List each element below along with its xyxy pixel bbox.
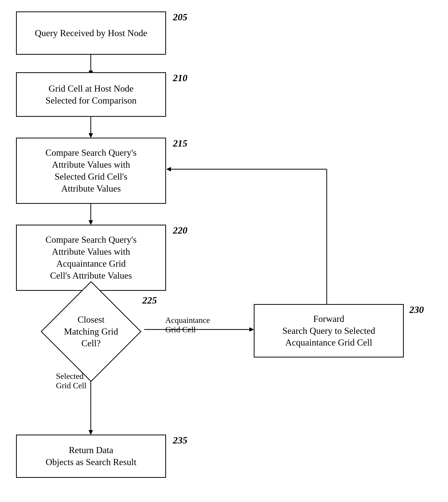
label-235: 235 <box>173 435 187 446</box>
diamond-step225-text: ClosestMatching GridCell? <box>64 314 118 349</box>
label-220: 220 <box>173 225 187 236</box>
box-step220-text: Compare Search Query'sAttribute Values w… <box>46 234 137 281</box>
svg-marker-14 <box>89 430 93 435</box>
box-step210: Grid Cell at Host NodeSelected for Compa… <box>16 72 166 117</box>
label-205: 205 <box>173 11 187 23</box>
svg-marker-3 <box>89 133 93 138</box>
label-215: 215 <box>173 138 187 149</box>
label-225: 225 <box>142 295 157 306</box>
label-230: 230 <box>409 304 424 315</box>
box-step230-text: ForwardSearch Query to SelectedAcquainta… <box>282 313 375 349</box>
box-step235-text: Return DataObjects as Search Result <box>46 444 137 468</box>
svg-marker-5 <box>89 220 93 225</box>
box-step235: Return DataObjects as Search Result <box>16 435 166 478</box>
arrow-label-acquaintance: AcquaintanceGrid Cell <box>165 315 210 334</box>
svg-marker-12 <box>167 167 171 171</box>
box-step210-text: Grid Cell at Host NodeSelected for Compa… <box>46 83 137 107</box>
arrow-label-selected: SelectedGrid Cell <box>56 371 86 390</box>
box-step230: ForwardSearch Query to SelectedAcquainta… <box>254 304 404 357</box>
box-step215: Compare Search Query'sAttribute Values w… <box>16 138 166 204</box>
box-step215-text: Compare Search Query'sAttribute Values w… <box>46 147 137 194</box>
diagram-container: Query Received by Host Node 205 Grid Cel… <box>0 0 448 502</box>
box-step205: Query Received by Host Node <box>16 11 166 55</box>
label-210: 210 <box>173 72 187 83</box>
box-step205-text: Query Received by Host Node <box>35 27 147 39</box>
box-step220: Compare Search Query'sAttribute Values w… <box>16 225 166 291</box>
svg-marker-9 <box>249 327 254 332</box>
